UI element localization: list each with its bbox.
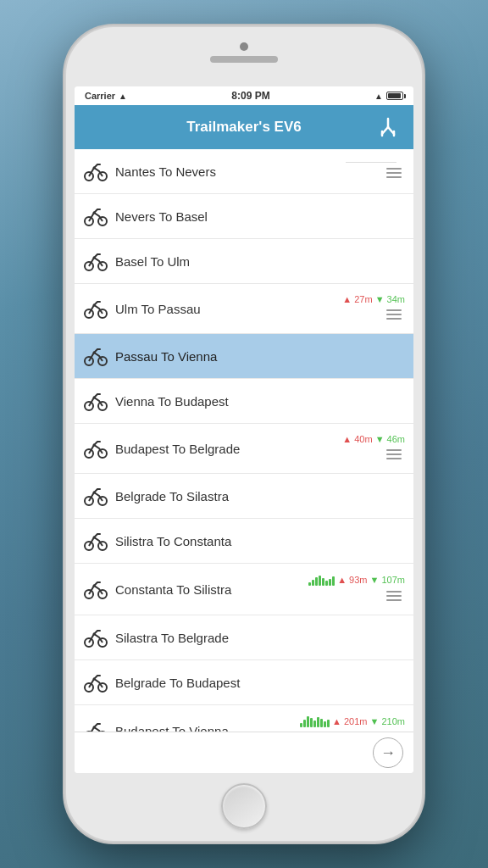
earpiece-speaker: [210, 56, 278, 63]
bicycle-icon: [83, 297, 108, 320]
svg-point-7: [93, 167, 96, 170]
route-name: Basel To Ulm: [115, 254, 337, 269]
svg-point-16: [93, 304, 96, 307]
route-name: Nantes To Nevers: [115, 164, 337, 179]
route-name: Belgrade To Budapest: [115, 676, 337, 690]
hamburger-icon[interactable]: [383, 164, 405, 181]
bicycle-icon: [83, 529, 108, 553]
hamburger-icon[interactable]: [383, 587, 405, 604]
elevation-bars: [300, 715, 330, 727]
svg-point-10: [93, 212, 96, 214]
phone-frame: Carrier ▲ 8:09 PM ▲ Trailmaker's EV6: [66, 27, 422, 841]
route-name: Budapest To Belgrade: [115, 442, 337, 456]
route-meta: [337, 162, 405, 181]
elevation-up: ▲ 27m: [342, 294, 372, 304]
bicycle-icon: [83, 389, 108, 413]
route-item-selected[interactable]: Passau To Vienna: [75, 334, 413, 379]
svg-point-34: [93, 585, 96, 587]
route-item[interactable]: Silistra To Constanta: [75, 519, 413, 564]
navigation-bar: Trailmaker's EV6: [75, 105, 413, 149]
bottom-nav-bar: →: [75, 732, 413, 773]
divider-line: [346, 162, 396, 163]
route-item[interactable]: Vienna To Budapest: [75, 379, 413, 424]
top-hardware: [210, 42, 278, 63]
battery-icon: [386, 92, 403, 100]
route-name: Budapest To Vienna: [115, 724, 300, 732]
svg-point-43: [93, 726, 96, 729]
elevation-bars: [308, 574, 335, 586]
location-icon: ▲: [374, 92, 383, 101]
bicycle-icon: [83, 577, 108, 601]
elevation-down: ▼ 107m: [370, 575, 405, 585]
svg-point-31: [93, 537, 96, 539]
hamburger-icon[interactable]: [383, 306, 405, 323]
svg-point-28: [93, 492, 96, 494]
route-name: Belgrade To Silastra: [115, 489, 337, 504]
elevation-up: ▲ 93m: [337, 575, 367, 585]
svg-point-19: [93, 352, 96, 354]
route-item[interactable]: Nevers To Basel: [75, 194, 413, 239]
route-item[interactable]: Budapest To Belgrade ▲ 40m ▼ 46m: [75, 424, 413, 474]
route-item[interactable]: Constanta To Silistra: [75, 564, 413, 615]
bicycle-icon: [83, 484, 108, 508]
status-right: ▲: [374, 92, 403, 101]
bicycle-icon: [83, 344, 108, 368]
svg-point-40: [93, 678, 96, 681]
route-meta: ▲ 201m ▼ 210m: [300, 715, 405, 732]
hamburger-icon[interactable]: [383, 446, 405, 463]
svg-point-22: [93, 397, 96, 399]
bicycle-icon: [83, 249, 108, 273]
route-name: Ulm To Passau: [115, 302, 337, 316]
route-elevation: ▲ 201m ▼ 210m: [332, 716, 405, 726]
route-item[interactable]: Basel To Ulm: [75, 239, 413, 284]
route-item[interactable]: Budapest To Vienna: [75, 705, 413, 732]
route-name: Vienna To Budapest: [115, 394, 337, 409]
route-name: Silastra To Belgrade: [115, 631, 337, 645]
route-name: Nevers To Basel: [115, 209, 337, 224]
status-bar: Carrier ▲ 8:09 PM ▲: [75, 86, 413, 105]
bicycle-icon: [83, 159, 108, 183]
wifi-icon: ▲: [119, 92, 127, 101]
app-title: Trailmaker's EV6: [115, 119, 373, 136]
elevation-down: ▼ 210m: [370, 716, 405, 726]
carrier-label: Carrier: [85, 91, 115, 101]
route-name: Passau To Vienna: [115, 349, 337, 364]
route-elevation: ▲ 93m ▼ 107m: [337, 575, 405, 585]
svg-point-25: [93, 444, 96, 447]
next-arrow-icon: →: [380, 744, 396, 762]
route-meta: ▲ 40m ▼ 46m: [337, 434, 405, 463]
status-time: 8:09 PM: [231, 90, 269, 102]
elevation-down: ▼ 34m: [375, 294, 405, 304]
elevation-up: ▲ 201m: [332, 716, 367, 726]
next-button[interactable]: →: [373, 737, 403, 768]
route-item[interactable]: Belgrade To Silastra: [75, 474, 413, 519]
bicycle-icon: [83, 626, 108, 649]
route-item[interactable]: Silastra To Belgrade: [75, 615, 413, 660]
nav-icon-placeholder: [85, 112, 115, 142]
bicycle-icon: [83, 204, 108, 228]
bicycle-icon: [83, 670, 108, 694]
fork-route-icon[interactable]: [373, 112, 403, 142]
bicycle-icon: [83, 437, 108, 460]
route-name: Silistra To Constanta: [115, 534, 337, 548]
bicycle-icon: [83, 719, 108, 732]
route-elevation: ▲ 40m ▼ 46m: [342, 434, 405, 444]
route-item[interactable]: Ulm To Passau ▲ 27m ▼ 34m: [75, 284, 413, 334]
route-item[interactable]: Belgrade To Budapest: [75, 660, 413, 705]
svg-point-37: [93, 633, 96, 636]
route-name: Constanta To Silistra: [115, 582, 308, 597]
route-item[interactable]: Nantes To Nevers: [75, 149, 413, 194]
route-elevation: ▲ 27m ▼ 34m: [342, 294, 405, 304]
elevation-down: ▼ 46m: [375, 434, 405, 444]
front-camera: [240, 42, 248, 51]
route-meta: ▲ 93m ▼ 107m: [308, 574, 405, 604]
screen: Carrier ▲ 8:09 PM ▲ Trailmaker's EV6: [75, 86, 413, 773]
route-list: Nantes To Nevers Never: [75, 149, 413, 732]
status-left: Carrier ▲: [85, 91, 127, 101]
route-meta: ▲ 27m ▼ 34m: [337, 294, 405, 323]
elevation-up: ▲ 40m: [342, 434, 372, 444]
home-button[interactable]: [221, 783, 267, 829]
svg-point-13: [93, 257, 96, 259]
hamburger-icon[interactable]: [383, 729, 405, 732]
